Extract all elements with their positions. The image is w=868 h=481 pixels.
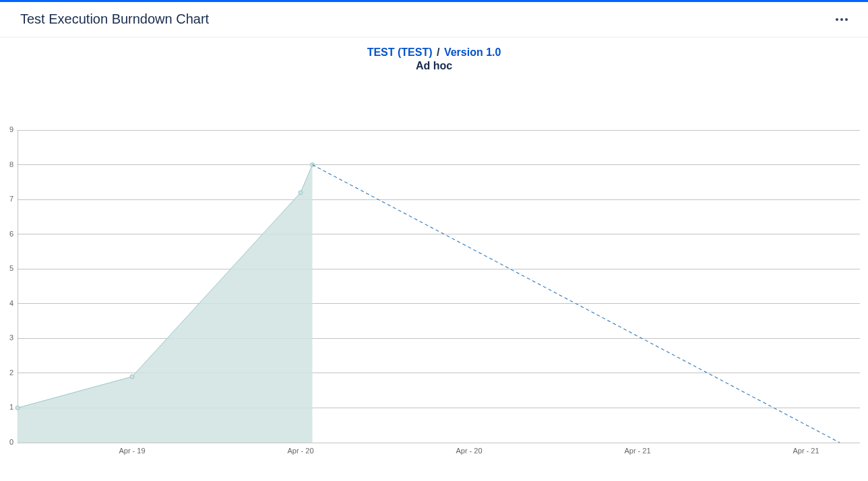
data-point — [299, 191, 303, 195]
x-tick-label: Apr - 19 — [119, 447, 145, 455]
x-tick-label: Apr - 20 — [287, 447, 313, 455]
x-tick-label: Apr - 21 — [624, 447, 650, 455]
breadcrumb-cycle: Ad hoc — [0, 60, 868, 72]
more-actions-button[interactable] — [832, 14, 852, 25]
burndown-chart: 0123456789Apr - 19Apr - 20Apr - 20Apr - … — [0, 126, 868, 463]
x-tick-label: Apr - 21 — [793, 447, 819, 455]
y-tick-label: 1 — [9, 403, 13, 411]
chart-svg: 0123456789Apr - 19Apr - 20Apr - 20Apr - … — [5, 126, 863, 463]
y-tick-label: 0 — [9, 438, 13, 446]
y-tick-label: 6 — [9, 230, 13, 238]
breadcrumb: TEST (TEST) / Version 1.0 — [0, 46, 868, 59]
y-tick-label: 7 — [9, 195, 13, 203]
y-tick-label: 4 — [9, 299, 13, 307]
y-tick-label: 9 — [9, 126, 13, 133]
data-point — [16, 406, 20, 410]
ellipsis-icon — [836, 18, 848, 21]
y-tick-label: 3 — [9, 333, 13, 342]
breadcrumb-project-link[interactable]: TEST (TEST) — [367, 46, 433, 58]
breadcrumb-separator: / — [437, 46, 439, 58]
y-tick-label: 5 — [9, 264, 13, 272]
header: Test Execution Burndown Chart — [0, 2, 868, 37]
x-tick-label: Apr - 20 — [456, 447, 482, 455]
breadcrumb-version-link[interactable]: Version 1.0 — [444, 46, 501, 58]
page-title: Test Execution Burndown Chart — [20, 11, 209, 27]
y-tick-label: 8 — [9, 160, 13, 168]
y-tick-label: 2 — [9, 368, 13, 377]
data-point — [130, 375, 134, 379]
